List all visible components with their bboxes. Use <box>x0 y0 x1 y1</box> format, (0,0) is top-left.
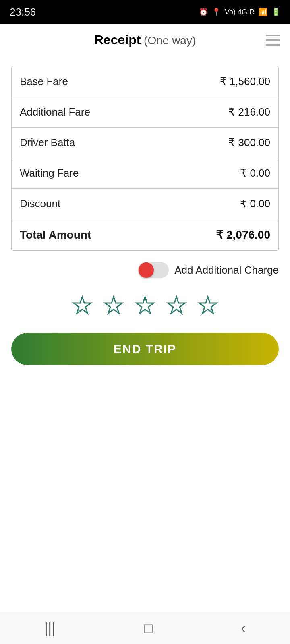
recent-apps-icon[interactable]: ||| <box>44 620 56 637</box>
toggle-knob <box>139 262 154 278</box>
back-icon[interactable]: ‹ <box>241 620 246 637</box>
table-row: Base Fare ₹ 1,560.00 <box>12 66 278 97</box>
table-row: Waiting Fare ₹ 0.00 <box>12 158 278 189</box>
additional-charge-label: Add Additional Charge <box>174 264 279 277</box>
driver-batta-label: Driver Batta <box>20 136 75 149</box>
page-title: Receipt (One way) <box>94 33 196 47</box>
star-2[interactable]: ★ <box>104 294 124 317</box>
total-amount-value: ₹ 2,076.00 <box>216 228 270 242</box>
waiting-fare-value: ₹ 0.00 <box>240 167 270 180</box>
end-trip-button[interactable]: END TRIP <box>11 333 279 365</box>
star-rating: ★ ★ ★ ★ ★ <box>0 278 290 325</box>
star-4[interactable]: ★ <box>166 294 186 317</box>
additional-charge-toggle[interactable] <box>138 262 169 278</box>
status-time: 23:56 <box>10 6 36 19</box>
star-5[interactable]: ★ <box>198 294 218 317</box>
page-header: Receipt (One way) <box>0 24 290 56</box>
discount-value: ₹ 0.00 <box>240 198 270 210</box>
status-icons: ⏰ 📍 Vo) 4G R 📶 🔋 <box>199 8 280 17</box>
driver-batta-value: ₹ 300.00 <box>228 136 270 149</box>
status-bar: 23:56 ⏰ 📍 Vo) 4G R 📶 🔋 <box>0 0 290 24</box>
additional-fare-value: ₹ 216.00 <box>228 106 270 118</box>
additional-charge-toggle-area: Add Additional Charge <box>0 251 290 278</box>
network-icon: Vo) 4G R <box>225 8 255 17</box>
signal-icon: 📶 <box>259 8 267 17</box>
total-amount-row: Total Amount ₹ 2,076.00 <box>12 219 278 250</box>
waiting-fare-label: Waiting Fare <box>20 167 79 180</box>
discount-label: Discount <box>20 198 60 210</box>
battery-icon: 🔋 <box>271 8 280 17</box>
star-1[interactable]: ★ <box>72 294 92 317</box>
receipt-table: Base Fare ₹ 1,560.00 Additional Fare ₹ 2… <box>11 66 279 251</box>
navigation-bar: ||| □ ‹ <box>0 612 290 644</box>
total-amount-label: Total Amount <box>20 229 91 242</box>
base-fare-value: ₹ 1,560.00 <box>220 75 270 88</box>
menu-icon[interactable] <box>266 35 280 46</box>
base-fare-label: Base Fare <box>20 75 68 88</box>
location-icon: 📍 <box>212 8 221 17</box>
additional-fare-label: Additional Fare <box>20 106 90 118</box>
table-row: Discount ₹ 0.00 <box>12 189 278 219</box>
main-content: Base Fare ₹ 1,560.00 Additional Fare ₹ 2… <box>0 56 290 644</box>
table-row: Additional Fare ₹ 216.00 <box>12 97 278 128</box>
star-3[interactable]: ★ <box>135 294 155 317</box>
alarm-icon: ⏰ <box>199 8 208 17</box>
table-row: Driver Batta ₹ 300.00 <box>12 128 278 158</box>
home-icon[interactable]: □ <box>144 620 153 637</box>
